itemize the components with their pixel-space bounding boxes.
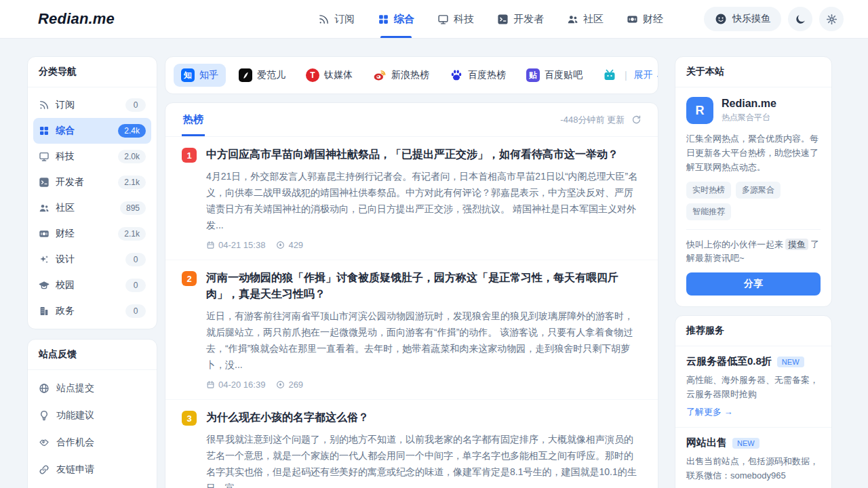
- feedback-item-label: 站点提交: [56, 382, 94, 394]
- sidebar-item-site-submit[interactable]: 站点提交: [33, 375, 151, 402]
- users-icon: [39, 203, 50, 214]
- nav-item-community[interactable]: 社区: [567, 0, 604, 38]
- sidebar-item-general[interactable]: 综合 2.4k: [33, 118, 151, 144]
- source-tab-bilibili[interactable]: [595, 64, 618, 87]
- sidebar-item-label: 开发者: [56, 176, 112, 188]
- nav-label: 综合: [394, 13, 414, 26]
- sidebar-item-label: 财经: [56, 228, 112, 240]
- service-learn-more-link[interactable]: 了解更多 →: [686, 406, 821, 418]
- sidebar-item-tech[interactable]: 科技 2.0k: [33, 144, 151, 169]
- hotlist-update-meta: -448分钟前 更新: [560, 114, 642, 126]
- source-tab-zhihu[interactable]: 知 知乎: [174, 64, 226, 87]
- source-tab-baidu-tieba[interactable]: 贴 百度贴吧: [519, 64, 590, 87]
- users-icon: [567, 14, 578, 25]
- hot-item-title[interactable]: 河南一动物园的狼「作揖」讨食被质疑饿肚子，园方称这「是正常习性，每天有喂四斤肉」…: [206, 270, 642, 302]
- grid-icon: [39, 125, 50, 136]
- hot-item-meta: 04-20 16:39 269: [206, 380, 642, 390]
- bulb-icon: [39, 410, 50, 421]
- tieba-icon: 贴: [526, 68, 540, 82]
- hot-item-date: 04-20 16:39: [218, 380, 265, 390]
- service-title[interactable]: 云服务器低至0.8折: [686, 355, 772, 368]
- feedback-title: 站点反馈: [28, 340, 157, 370]
- sidebar-item-label: 政务: [56, 305, 119, 317]
- taimeiti-icon: T: [306, 68, 319, 82]
- sidebar-item-community[interactable]: 社区 895: [33, 195, 151, 221]
- building-icon: [39, 306, 50, 317]
- sidebar-item-subscribe[interactable]: 订阅 0: [33, 92, 151, 118]
- hot-item-body: 中方回应高市早苗向靖国神社献祭品，「已提出严正交涉」，如何看待高市这一举动？ 4…: [206, 146, 642, 250]
- sidebar-item-government[interactable]: 政务 0: [33, 298, 151, 324]
- heat-icon: [276, 380, 285, 389]
- hot-item-desc: 4月21日，外交部发言人郭嘉昆主持例行记者会。有记者问，日本首相高市早苗21日以…: [206, 168, 642, 233]
- sidebar-item-design[interactable]: 设计 0: [33, 247, 151, 272]
- monitor-icon: [39, 151, 50, 162]
- nav-item-subscribe[interactable]: 订阅: [318, 0, 355, 38]
- hot-item-views: 429: [288, 240, 303, 250]
- source-tab-aifaner[interactable]: 爱范儿: [231, 64, 293, 87]
- sidebar-item-label: 科技: [56, 150, 112, 163]
- dark-mode-toggle[interactable]: [788, 7, 812, 31]
- hot-item-title[interactable]: 为什么现在小孩的名字都这么俗？: [206, 409, 642, 426]
- sidebar-item-count: 0: [125, 253, 146, 266]
- sidebar-item-campus[interactable]: 校园 0: [33, 272, 151, 298]
- hot-item[interactable]: 2 河南一动物园的狼「作揖」讨食被质疑饿肚子，园方称这「是正常习性，每天有喂四斤…: [165, 260, 658, 400]
- rank-badge: 1: [182, 148, 197, 163]
- refresh-icon[interactable]: [631, 115, 642, 125]
- bilibili-icon: [603, 68, 616, 82]
- rss-icon: [318, 14, 330, 25]
- tabs-divider: |: [625, 70, 627, 81]
- nav-item-tech[interactable]: 科技: [437, 0, 474, 38]
- about-site-name: Redian.me: [722, 98, 776, 110]
- new-badge: NEW: [732, 438, 760, 449]
- settings-button[interactable]: [819, 7, 844, 31]
- hot-item-body: 河南一动物园的狼「作揖」讨食被质疑饿肚子，园方称这「是正常习性，每天有喂四斤肉」…: [206, 270, 642, 390]
- hot-item[interactable]: 3 为什么现在小孩的名字都这么俗？ 很早我就注意到这个问题了，别的地方不知道，以…: [165, 400, 658, 488]
- about-titles: Redian.me 热点聚合平台: [722, 98, 776, 123]
- top-navigation: 订阅 综合 科技 开发者 社区 财经: [318, 0, 663, 38]
- sidebar-item-count: 2.4k: [118, 124, 146, 138]
- source-tab-baidu-hot[interactable]: 百度热榜: [442, 64, 513, 87]
- site-logo[interactable]: Redian.me: [38, 10, 115, 28]
- sidebar-item-contact[interactable]: 联系我们: [33, 483, 151, 488]
- hot-item-desc: 很早我就注意到这个问题了，别的地方不知道，以前我老家的名字都有固定排序，大概就像…: [206, 431, 642, 488]
- service-item-cloud[interactable]: 云服务器低至0.8折 NEW 高性能、海外服务器、无需备案，云服务器限时抢购 了…: [675, 346, 831, 428]
- nav-item-developer[interactable]: 开发者: [497, 0, 544, 38]
- nav-item-general[interactable]: 综合: [378, 0, 414, 38]
- note-highlight: 摸鱼: [785, 239, 808, 250]
- sidebar-item-cooperation[interactable]: 合作机会: [33, 429, 151, 456]
- service-title-row: 网站出售 NEW: [686, 436, 821, 449]
- source-tab-taimeiti[interactable]: T 钛媒体: [298, 64, 360, 87]
- expand-button[interactable]: 展开: [634, 69, 658, 81]
- service-item-site-sale[interactable]: 网站出售 NEW 出售当前站点，包括源码和数据，联系微信：somebody965: [675, 428, 831, 488]
- handshake-icon: [39, 437, 50, 448]
- rss-icon: [39, 100, 50, 110]
- aifaner-icon: [239, 68, 252, 82]
- sidebar-item-count: 0: [125, 279, 146, 292]
- terminal-icon: [497, 14, 509, 25]
- source-tab-weibo-hot[interactable]: 新浪热榜: [366, 64, 437, 87]
- gear-icon: [826, 14, 837, 25]
- sidebar-item-feature-suggest[interactable]: 功能建议: [33, 402, 151, 429]
- sidebar-item-label: 社区: [56, 202, 114, 214]
- about-card: 关于本站 R Redian.me 热点聚合平台 汇集全网热点，聚合优质内容。每日…: [675, 56, 832, 307]
- calendar-icon: [206, 241, 215, 249]
- happy-fish-button[interactable]: 快乐摸鱼: [704, 7, 781, 31]
- tag-multisource: 多源聚合: [736, 182, 781, 199]
- zhihu-icon: 知: [181, 68, 195, 82]
- sidebar-item-count: 0: [125, 304, 146, 318]
- sidebar-item-finance[interactable]: 财经 2.1k: [33, 221, 151, 247]
- hot-item-body: 为什么现在小孩的名字都这么俗？ 很早我就注意到这个问题了，别的地方不知道，以前我…: [206, 409, 642, 488]
- hot-item[interactable]: 1 中方回应高市早苗向靖国神社献祭品，「已提出严正交涉」，如何看待高市这一举动？…: [165, 137, 658, 260]
- about-site-subtitle: 热点聚合平台: [722, 112, 776, 123]
- monitor-icon: [437, 14, 449, 25]
- nav-item-finance[interactable]: 财经: [627, 0, 663, 38]
- sidebar-item-friend-link[interactable]: 友链申请: [33, 456, 151, 483]
- sidebar-item-developer[interactable]: 开发者 2.1k: [33, 169, 151, 195]
- hotlist-header: 热榜 -448分钟前 更新: [165, 103, 658, 137]
- hot-item-title[interactable]: 中方回应高市早苗向靖国神社献祭品，「已提出严正交涉」，如何看待高市这一举动？: [206, 146, 642, 163]
- tab-hotlist[interactable]: 热榜: [182, 103, 205, 136]
- share-button[interactable]: 分享: [686, 272, 821, 296]
- page-body: 分类导航 订阅 0 综合 2.4k 科技 2.0k: [0, 39, 868, 488]
- service-title[interactable]: 网站出售: [686, 436, 727, 449]
- calendar-icon: [206, 380, 215, 389]
